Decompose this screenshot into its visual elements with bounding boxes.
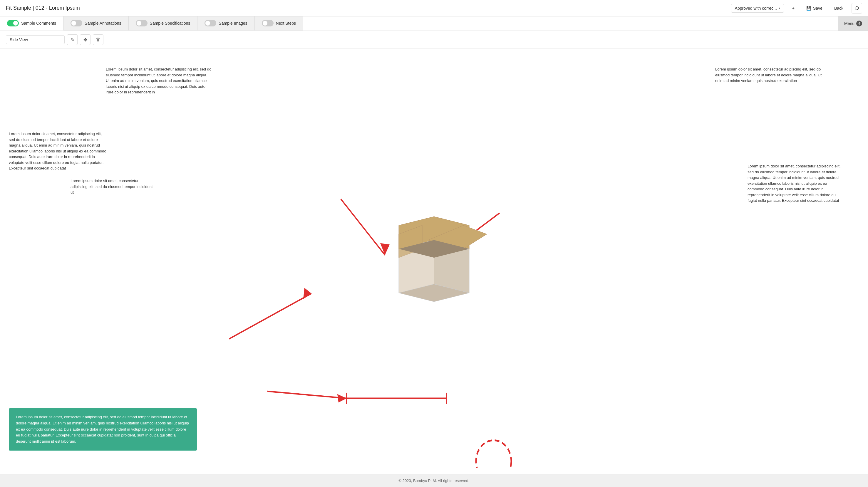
back-button[interactable]: Back bbox=[831, 4, 847, 12]
page-title: Fit Sample | 012 - Lorem Ipsum bbox=[6, 5, 726, 11]
edit-button[interactable]: ✎ bbox=[67, 34, 78, 45]
subtitle-part: 012 - Lorem Ipsum bbox=[36, 5, 80, 11]
toolbar: ✎ ✥ 🗑 bbox=[0, 31, 868, 49]
svg-marker-5 bbox=[303, 288, 311, 299]
tab-sample-comments-label: Sample Comments bbox=[21, 21, 56, 26]
save-button[interactable]: 💾 Save bbox=[803, 4, 826, 12]
tab-next-steps-label: Next Steps bbox=[276, 21, 296, 26]
main-content: Lorem ipsum dolor sit amet, consectetur … bbox=[0, 49, 868, 474]
tab-sample-images-label: Sample Images bbox=[219, 21, 247, 26]
footer: © 2023, Bombyx PLM. All rights reserved. bbox=[0, 474, 868, 487]
move-icon: ✥ bbox=[84, 37, 87, 42]
menu-badge: 4 bbox=[856, 21, 862, 26]
svg-marker-10 bbox=[337, 394, 347, 403]
toggle-next-steps[interactable] bbox=[262, 20, 274, 26]
svg-line-0 bbox=[341, 199, 385, 255]
delete-button[interactable]: 🗑 bbox=[93, 34, 103, 45]
add-button[interactable]: + bbox=[789, 4, 798, 12]
toggle-sample-comments[interactable] bbox=[7, 20, 19, 26]
cardboard-box bbox=[381, 208, 487, 314]
tab-sample-annotations[interactable]: Sample Annotations bbox=[63, 17, 129, 31]
pdf-button[interactable]: ⬡ bbox=[851, 3, 862, 13]
edit-icon: ✎ bbox=[70, 37, 74, 42]
box-illustration bbox=[381, 208, 487, 314]
header-separator: | bbox=[33, 5, 36, 11]
pdf-icon: ⬡ bbox=[855, 5, 859, 11]
tab-sample-comments[interactable]: Sample Comments bbox=[0, 17, 63, 31]
annotation-top-left: Lorem ipsum dolor sit amet, consectetur … bbox=[9, 131, 109, 171]
save-icon: 💾 bbox=[806, 6, 811, 10]
add-icon: + bbox=[792, 6, 795, 10]
chevron-down-icon: ▾ bbox=[779, 6, 780, 10]
status-text: Approved with correc... bbox=[735, 6, 777, 10]
tab-sample-specifications[interactable]: Sample Specifications bbox=[129, 17, 198, 31]
svg-line-4 bbox=[229, 293, 311, 339]
annotation-top-right: Lorem ipsum dolor sit amet, consectetur … bbox=[715, 66, 827, 84]
back-label: Back bbox=[834, 6, 843, 10]
green-annotation-box: Lorem ipsum dolor sit amet, consectetur … bbox=[9, 408, 197, 451]
status-dropdown[interactable]: Approved with correc... ▾ bbox=[731, 4, 784, 13]
toggle-sample-specifications[interactable] bbox=[136, 20, 148, 26]
canvas-area: Lorem ipsum dolor sit amet, consectetur … bbox=[0, 49, 868, 468]
menu-label: Menu bbox=[844, 21, 855, 26]
title-part: Fit Sample bbox=[6, 5, 31, 11]
move-button[interactable]: ✥ bbox=[80, 34, 91, 45]
annotation-bottom-center: Lorem ipsum dolor sit amet, consectetur … bbox=[70, 178, 153, 195]
tab-next-steps[interactable]: Next Steps bbox=[255, 17, 303, 31]
tab-bar: Sample Comments Sample Annotations Sampl… bbox=[0, 17, 868, 31]
annotation-top-center: Lorem ipsum dolor sit amet, consectetur … bbox=[106, 66, 212, 95]
tab-sample-specifications-label: Sample Specifications bbox=[150, 21, 190, 26]
svg-point-11 bbox=[476, 440, 511, 468]
header: Fit Sample | 012 - Lorem Ipsum Approved … bbox=[0, 0, 868, 17]
annotation-bottom-right: Lorem ipsum dolor sit amet, consectetur … bbox=[747, 163, 844, 203]
tab-sample-images[interactable]: Sample Images bbox=[197, 17, 254, 31]
menu-button[interactable]: Menu 4 bbox=[838, 17, 868, 31]
view-name-input[interactable] bbox=[6, 35, 65, 44]
trash-icon: 🗑 bbox=[96, 37, 100, 42]
svg-line-9 bbox=[268, 391, 347, 398]
footer-text: © 2023, Bombyx PLM. All rights reserved. bbox=[399, 479, 470, 483]
toggle-sample-annotations[interactable] bbox=[70, 20, 82, 26]
save-label: Save bbox=[813, 6, 823, 10]
tab-sample-annotations-label: Sample Annotations bbox=[85, 21, 121, 26]
toggle-sample-images[interactable] bbox=[205, 20, 216, 26]
